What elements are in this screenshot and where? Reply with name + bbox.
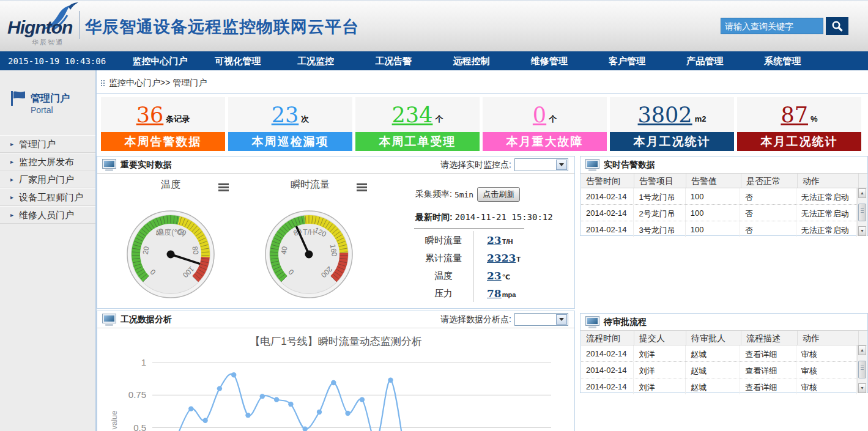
table-cell: 2014-02-14 (581, 345, 634, 361)
main-navbar: 2015-10-19 10:43:06 监控中心门户可视化管理工况监控工况告警远… (0, 51, 868, 70)
stat-value[interactable]: 0 (533, 103, 546, 127)
column-header: 告警值 (686, 174, 741, 188)
realtime-title: 重要实时数据 (121, 160, 172, 171)
sidebar-item-4[interactable]: ▸维修人员门户 (0, 206, 95, 224)
metric-value[interactable]: 2323 (487, 252, 516, 264)
sidebar-item-label: 厂家用户门户 (19, 174, 74, 185)
stat-value[interactable]: 234 (392, 103, 433, 127)
stat-button[interactable]: 本周工单受理 (355, 132, 480, 151)
monitor-point-select[interactable] (514, 158, 568, 171)
refresh-button[interactable]: 点击刷新 (477, 187, 520, 202)
metric-label: 温度 (414, 267, 473, 284)
header-divider (79, 11, 80, 39)
stat-card-0: 36条记录本周告警数据 (101, 97, 225, 151)
combo-dropdown-button[interactable] (556, 314, 567, 325)
table-cell: 审核 (796, 362, 857, 378)
table-cell: 赵城 (686, 345, 740, 361)
nav-item-6[interactable]: 客户管理 (588, 51, 666, 70)
nav-item-1[interactable]: 可视化管理 (199, 51, 276, 70)
brand-subtext: 华辰智通 (32, 38, 64, 47)
freq-value: 5min (454, 190, 473, 199)
metric-unit: T (516, 256, 521, 263)
nav-item-2[interactable]: 工况监控 (276, 51, 354, 70)
stat-value[interactable]: 23 (272, 103, 299, 127)
stat-button[interactable]: 本周告警数据 (101, 132, 225, 151)
freq-label: 采集频率: (415, 189, 452, 200)
monitor-icon (585, 316, 599, 326)
flag-icon (10, 90, 26, 107)
stat-card-3: 0个本月重大故障 (483, 97, 607, 151)
stat-value[interactable]: 3802 (638, 103, 692, 127)
search-button[interactable] (826, 17, 848, 35)
approvals-title: 待审批流程 (604, 317, 647, 328)
table-cell: 刘洋 (634, 362, 685, 378)
search-icon (831, 20, 844, 33)
stat-cards: 36条记录本周告警数据23次本周巡检漏项234个本周工单受理0个本月重大故障38… (101, 97, 861, 151)
menu-bars-icon[interactable] (357, 183, 367, 185)
portal-title[interactable]: 管理门户 (31, 92, 70, 105)
stat-value[interactable]: 87 (781, 103, 808, 127)
scroll-up-icon[interactable]: ▲ (858, 345, 866, 355)
nav-item-5[interactable]: 维修管理 (510, 51, 588, 70)
column-header: 流程描述 (741, 331, 798, 345)
alarms-table-body: 2014-02-141号龙门吊100否无法正常启动2014-02-142号龙门吊… (581, 188, 857, 237)
breadcrumb[interactable]: 监控中心门户>> 管理门户 (100, 78, 207, 89)
nav-datetime: 2015-10-19 10:43:06 (8, 56, 106, 66)
stat-unit: 个 (549, 114, 557, 125)
approvals-table-header: 流程时间提交人待审批人流程描述动作 (581, 331, 867, 345)
page-title: 华辰智通设备远程监控物联网云平台 (85, 16, 359, 38)
stat-card-4: 3802m2本月工况统计 (610, 97, 734, 151)
table-cell: 赵城 (686, 378, 740, 394)
brand-logo: Hignton 华辰智通 (5, 2, 81, 51)
table-cell: 100 (686, 188, 740, 204)
nav-item-7[interactable]: 产品管理 (666, 51, 744, 70)
monitor-icon (102, 159, 116, 169)
analysis-panel: 工况数据分析 请选择数据分析点: 【电厂1号线】瞬时流量动态监测分析 10.75… (97, 311, 575, 431)
stat-card-number-area: 0个 (483, 97, 607, 132)
column-header: 告警项目 (634, 174, 686, 188)
realtime-metrics: 瞬时流量23T/H累计流量2323T温度23℃压力78mpa (414, 231, 536, 302)
nav-item-4[interactable]: 远程控制 (432, 51, 510, 70)
gauge-title-flow: 瞬时流量 (261, 179, 359, 191)
table-row: 2014-02-142号龙门吊100否无法正常启动 (581, 205, 857, 221)
stat-card-number-area: 87% (737, 97, 861, 132)
table-cell: 刘洋 (634, 345, 685, 361)
alarms-title: 实时告警数据 (604, 160, 655, 171)
scroll-down-icon[interactable]: ▼ (858, 383, 866, 393)
combo-dropdown-button[interactable] (556, 160, 567, 170)
stat-button[interactable]: 本月工况统计 (737, 132, 861, 151)
sidebar-menu: ▸管理门户▸监控大屏发布▸厂家用户门户▸设备工程师门户▸维修人员门户 (0, 135, 95, 224)
metric-label: 累计流量 (414, 249, 473, 267)
scrollbar-thumb[interactable] (858, 361, 866, 378)
scrollbar-thumb[interactable] (858, 204, 866, 221)
nav-item-8[interactable]: 系统管理 (744, 51, 822, 70)
menu-bars-icon[interactable] (218, 183, 229, 185)
search-input[interactable] (721, 18, 823, 34)
sidebar-item-3[interactable]: ▸设备工程师门户 (0, 188, 95, 206)
stat-value[interactable]: 36 (136, 103, 164, 127)
metric-value[interactable]: 23 (487, 270, 502, 282)
monitor-point-picker: 请选择实时监控点: (440, 158, 568, 171)
stat-unit: 个 (435, 114, 443, 125)
stat-button[interactable]: 本月重大故障 (483, 132, 607, 151)
metric-value[interactable]: 78 (487, 287, 502, 300)
analysis-point-select[interactable] (514, 313, 568, 326)
sidebar-item-2[interactable]: ▸厂家用户门户 (0, 171, 95, 188)
stat-button[interactable]: 本月工况统计 (610, 132, 734, 151)
stat-button[interactable]: 本周巡检漏项 (228, 132, 352, 151)
nav-item-0[interactable]: 监控中心门户 (121, 51, 199, 70)
scroll-up-icon[interactable]: ▲ (858, 188, 866, 198)
table-cell: 无法正常启动 (796, 221, 857, 237)
nav-item-3[interactable]: 工况告警 (355, 51, 432, 70)
scroll-down-icon[interactable]: ▼ (858, 226, 866, 236)
flow-line-chart: 10.750.5value (97, 348, 574, 431)
stat-card-1: 23次本周巡检漏项 (228, 97, 352, 151)
metric-value[interactable]: 23 (487, 234, 502, 246)
sidebar-item-0[interactable]: ▸管理门户 (0, 135, 95, 153)
table-cell: 无法正常启动 (796, 188, 857, 204)
nav-menu: 监控中心门户可视化管理工况监控工况告警远程控制维修管理客户管理产品管理系统管理 (121, 51, 822, 70)
info-divider (414, 228, 524, 229)
approvals-scrollbar: ▲ ▼ (857, 345, 867, 393)
table-cell: 否 (740, 188, 796, 204)
sidebar-item-1[interactable]: ▸监控大屏发布 (0, 153, 95, 171)
